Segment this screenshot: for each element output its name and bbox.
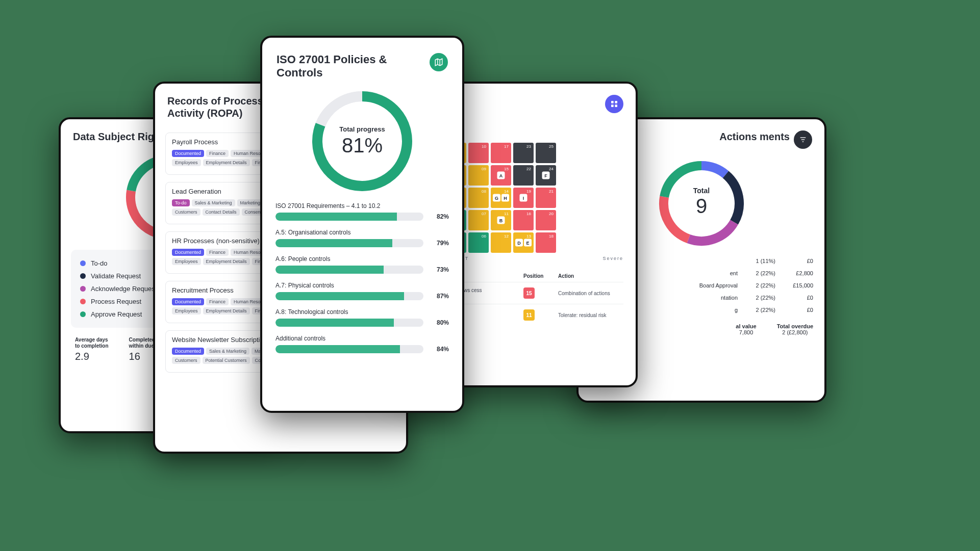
ropa-tag: Customers — [172, 357, 200, 364]
risk-table-row[interactable]: sey 11 Tolerate: residual risk — [446, 304, 623, 326]
risk-cell[interactable]: 12 — [491, 232, 511, 253]
risk-cell-number: 08 — [482, 189, 486, 194]
progress-bar — [275, 345, 423, 353]
risk-cell[interactable]: 11B — [491, 210, 511, 230]
risk-cell[interactable]: 08 — [468, 188, 489, 208]
risk-cell-number: 06 — [482, 234, 486, 239]
ropa-status-badge: Documented — [172, 249, 204, 256]
risk-cell[interactable]: 25 — [536, 143, 556, 163]
svg-rect-3 — [615, 101, 617, 103]
legend-label: Validate Request — [91, 272, 141, 280]
iso-progress-row: A.7: Physical controls 87% — [275, 282, 449, 300]
risk-cell[interactable]: 21 — [536, 188, 556, 208]
risk-cell-number: 19 — [526, 189, 531, 194]
progress-bar — [275, 319, 423, 327]
risk-marker: D — [515, 239, 523, 247]
risk-marker: H — [501, 194, 509, 202]
ropa-tag: Employment Details — [203, 258, 250, 265]
ropa-status-badge: Documented — [172, 298, 204, 305]
stat-value: 2.9 — [75, 351, 109, 362]
ropa-tag: Potential Customers — [203, 357, 250, 364]
risk-cell-number: 12 — [504, 234, 509, 239]
progress-pct: 84% — [430, 346, 449, 353]
ropa-status-badge: Documented — [172, 348, 204, 355]
position-badge: 15 — [523, 287, 535, 299]
iso-card: ISO 27001 Policies & Controls Total prog… — [260, 36, 464, 413]
risk-cell[interactable]: 15A — [491, 165, 511, 186]
map-icon[interactable] — [430, 53, 448, 71]
risk-table-row[interactable]: ters allows cess to 15 Combination of ac… — [446, 282, 623, 304]
svg-rect-2 — [611, 101, 614, 103]
ropa-tag: Employment Details — [203, 307, 250, 314]
iso-title: ISO 27001 Policies & Controls — [277, 53, 430, 80]
iso-row-label: A.6: People controls — [275, 255, 449, 263]
legend-dot — [80, 260, 86, 266]
risk-cell[interactable]: 10 — [468, 143, 489, 163]
filter-icon[interactable] — [794, 130, 812, 149]
risk-cell-number: 14 — [504, 189, 509, 194]
risk-cell[interactable]: 23 — [513, 143, 534, 163]
risk-cell[interactable]: 13DE — [513, 232, 534, 253]
progress-bar — [275, 213, 423, 221]
risk-cell[interactable]: 14GH — [491, 188, 511, 208]
legend-label: Process Request — [91, 298, 141, 305]
actions-total-value: 9 — [693, 195, 710, 218]
risk-cell-number: 07 — [482, 212, 486, 216]
risk-cell[interactable]: 19I — [513, 188, 534, 208]
risk-cell-number: 23 — [526, 144, 531, 149]
legend-dot — [80, 299, 86, 304]
legend-label: Approve Request — [91, 310, 142, 318]
svg-rect-5 — [615, 104, 617, 107]
ropa-tag: Contact Details — [203, 208, 240, 216]
risk-cell-number: 22 — [526, 167, 531, 171]
risk-heatmap[interactable]: 0510172325040915A2224F030814GH19I2102071… — [446, 143, 623, 253]
risk-cell[interactable]: 20 — [536, 210, 556, 230]
ropa-tag: Employees — [172, 307, 201, 314]
progress-bar — [275, 239, 423, 247]
progress-bar — [275, 292, 423, 300]
iso-row-label: A.7: Physical controls — [275, 282, 449, 289]
legend-label: To-do — [91, 259, 108, 267]
risk-cell-number: 09 — [482, 167, 486, 171]
actions-total-block: Total overdue2 (£2,800) — [777, 323, 813, 335]
ropa-tag: Customers — [172, 208, 200, 216]
risk-cell-number: 17 — [504, 144, 509, 149]
ropa-status-badge: Documented — [172, 150, 204, 157]
ropa-tag: Finance — [206, 249, 229, 256]
risk-marker: B — [497, 217, 505, 224]
risk-cell[interactable]: 06 — [468, 232, 489, 253]
iso-total-label: Total progress — [339, 125, 385, 133]
risk-cell[interactable]: 24F — [536, 165, 556, 186]
actions-total-label: Total — [693, 187, 710, 195]
risk-cell-number: 15 — [504, 167, 509, 171]
iso-progress-row: ISO 27001 Requirements – 4.1 to 10.2 82% — [275, 202, 449, 221]
risk-cell-number: 18 — [549, 234, 554, 239]
progress-bar — [275, 266, 423, 274]
iso-progress-row: A.8: Technological controls 80% — [275, 308, 449, 327]
risk-cell-number: 21 — [549, 189, 554, 194]
dsr-stat: Average daysto completion2.9 — [75, 337, 109, 362]
grid-icon[interactable] — [605, 95, 623, 113]
progress-pct: 82% — [430, 213, 449, 220]
risk-cell[interactable]: 09 — [468, 165, 489, 186]
risk-marker: G — [493, 194, 500, 202]
ropa-tag: Finance — [206, 298, 229, 305]
iso-progress-row: A.5: Organisational controls 79% — [275, 229, 449, 247]
risk-cell-number: 11 — [504, 212, 509, 216]
risk-axis-right: Severe — [602, 256, 623, 261]
actions-total-block: al value7,800 — [736, 323, 756, 335]
position-badge: 11 — [523, 309, 535, 321]
risk-cell[interactable]: 07 — [468, 210, 489, 230]
risk-cell[interactable]: 16 — [513, 210, 534, 230]
risk-cell[interactable]: 17 — [491, 143, 511, 163]
progress-pct: 80% — [430, 319, 449, 326]
progress-pct: 87% — [430, 293, 449, 300]
progress-pct: 73% — [430, 266, 449, 273]
ropa-tag: Sales & Marketing — [206, 348, 249, 355]
risk-cell[interactable]: 18 — [536, 232, 556, 253]
risk-marker: A — [497, 172, 505, 179]
risk-cell[interactable]: 22 — [513, 165, 534, 186]
iso-row-label: A.5: Organisational controls — [275, 229, 449, 236]
ropa-status-badge: To-do — [172, 199, 190, 206]
risk-marker: I — [520, 194, 527, 202]
